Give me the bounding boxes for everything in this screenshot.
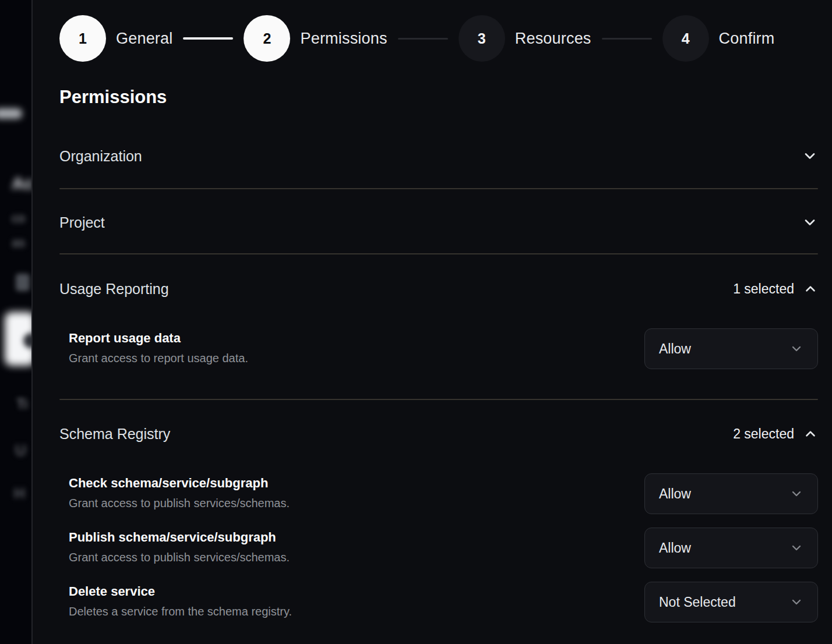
section-divider — [59, 188, 818, 189]
permission-select[interactable]: Not Selected — [644, 582, 818, 622]
permission-text: Report usage data Grant access to report… — [59, 328, 248, 365]
selected-value: Not Selected — [659, 595, 736, 610]
permission-description: Grant access to publish services/schemas… — [69, 551, 290, 564]
selected-count: 2 selected — [733, 426, 794, 442]
step-number-circle[interactable]: 4 — [662, 15, 709, 62]
permission-title: Check schema/service/subgraph — [69, 476, 290, 491]
section-title: Usage Reporting — [59, 281, 169, 298]
step-label: Permissions — [300, 30, 387, 48]
section-selected-toggle[interactable]: 1 selected — [733, 281, 818, 297]
section-organization[interactable]: Organization — [59, 146, 818, 166]
selected-value: Allow — [659, 341, 691, 357]
permission-title: Report usage data — [69, 331, 248, 346]
step-connector — [398, 38, 448, 40]
step-connector — [602, 38, 652, 40]
step-number-circle[interactable]: 3 — [459, 15, 505, 62]
section-title: Schema Registry — [59, 426, 170, 443]
sidebar-blurred-text: H — [14, 484, 25, 503]
app-layout: Ac co as Ti U H 1 General 2 Permissions … — [0, 0, 832, 644]
permission-title: Publish schema/service/subgraph — [69, 530, 290, 545]
permission-row: Publish schema/service/subgraph Grant ac… — [59, 528, 818, 568]
wizard-stepper: 1 General 2 Permissions 3 Resources 4 Co… — [59, 15, 818, 62]
permission-select[interactable]: Allow — [644, 473, 818, 514]
section-selected-toggle[interactable]: 2 selected — [733, 426, 818, 442]
chevron-down-icon — [789, 342, 803, 356]
sidebar-blurred-text: U — [15, 441, 26, 459]
step-label: General — [116, 30, 172, 48]
sidebar-blurred-text: Ti — [16, 396, 27, 412]
step-confirm[interactable]: 4 Confirm — [662, 15, 775, 62]
blurred-sidebar: Ac co as Ti U H — [0, 0, 33, 644]
permission-row: Check schema/service/subgraph Grant acce… — [59, 473, 818, 514]
step-label: Resources — [515, 30, 591, 48]
section-schema-registry[interactable]: Schema Registry 2 selected — [59, 424, 818, 444]
step-general[interactable]: 1 General — [59, 15, 172, 62]
sidebar-blurred-text: co — [12, 211, 25, 226]
section-divider — [59, 399, 818, 400]
permission-description: Deletes a service from the schema regist… — [69, 605, 292, 618]
sidebar-blurred-badge — [0, 108, 22, 119]
chevron-down-icon[interactable] — [802, 148, 818, 164]
section-title: Project — [59, 214, 105, 231]
permission-text: Publish schema/service/subgraph Grant ac… — [59, 528, 290, 564]
selected-count: 1 selected — [733, 281, 794, 297]
step-label: Confirm — [719, 30, 775, 48]
create-wizard-panel: 1 General 2 Permissions 3 Resources 4 Co… — [33, 0, 832, 644]
permission-description: Grant access to report usage data. — [69, 352, 248, 365]
chevron-up-icon[interactable] — [803, 426, 818, 441]
step-number-circle[interactable]: 1 — [59, 15, 106, 62]
permission-title: Delete service — [69, 584, 292, 599]
chevron-down-icon — [789, 541, 803, 555]
section-title: Organization — [59, 148, 142, 165]
section-divider — [59, 253, 818, 254]
selected-value: Allow — [659, 486, 691, 502]
page-title: Permissions — [59, 86, 818, 108]
selected-value: Allow — [659, 540, 691, 556]
step-resources[interactable]: 3 Resources — [459, 15, 591, 62]
step-number-circle[interactable]: 2 — [244, 15, 290, 62]
chevron-down-icon — [789, 595, 803, 609]
chevron-up-icon[interactable] — [803, 281, 818, 296]
chevron-down-icon — [789, 487, 803, 501]
permission-description: Grant access to publish services/schemas… — [69, 497, 290, 510]
chevron-down-icon[interactable] — [802, 214, 818, 231]
permission-row: Report usage data Grant access to report… — [59, 328, 818, 369]
step-permissions[interactable]: 2 Permissions — [244, 15, 387, 62]
permission-text: Delete service Deletes a service from th… — [59, 582, 292, 618]
section-usage-reporting[interactable]: Usage Reporting 1 selected — [59, 279, 818, 299]
step-connector — [183, 37, 233, 40]
sidebar-blurred-icon — [16, 274, 30, 291]
sidebar-blurred-text: Ac — [12, 174, 33, 193]
permission-select[interactable]: Allow — [644, 328, 818, 369]
sidebar-blurred-text: as — [12, 235, 25, 250]
permission-select[interactable]: Allow — [644, 528, 818, 568]
permission-text: Check schema/service/subgraph Grant acce… — [59, 473, 290, 510]
permission-rows: Check schema/service/subgraph Grant acce… — [59, 473, 818, 622]
section-project[interactable]: Project — [59, 213, 818, 232]
permission-row: Delete service Deletes a service from th… — [59, 582, 818, 622]
